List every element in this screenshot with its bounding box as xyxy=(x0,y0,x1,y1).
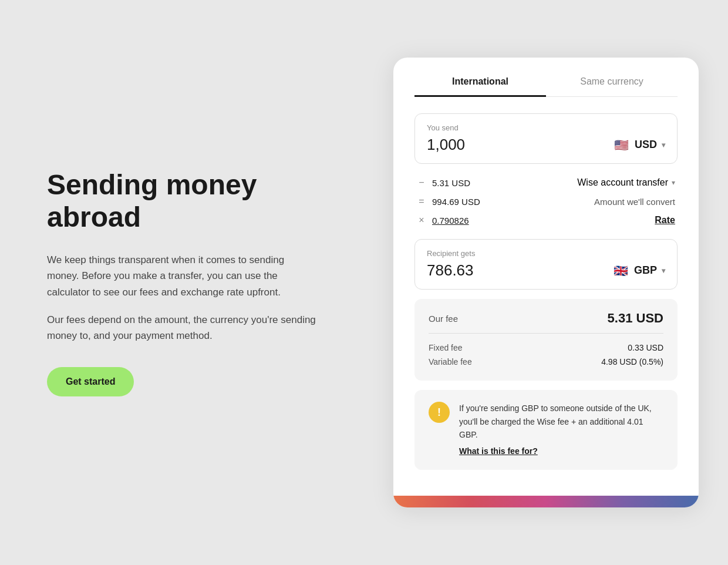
warning-content: If you're sending GBP to someone outside… xyxy=(459,402,663,458)
recipient-currency-label: GBP xyxy=(634,264,657,277)
convert-amount: 994.69 USD xyxy=(432,197,480,207)
fee-amount: 5.31 USD xyxy=(432,178,470,188)
wise-transfer-chevron-icon: ▾ xyxy=(672,179,675,187)
send-label: You send xyxy=(427,123,665,132)
fee-main-row: Our fee 5.31 USD xyxy=(429,311,663,334)
send-currency-label: USD xyxy=(635,139,657,151)
paragraph-1: We keep things transparent when it comes… xyxy=(47,252,317,300)
get-started-button[interactable]: Get started xyxy=(47,367,134,396)
our-fee-label: Our fee xyxy=(429,314,458,324)
times-operator: × xyxy=(417,215,426,226)
fixed-fee-row: Fixed fee 0.33 USD xyxy=(429,341,663,355)
usd-flag-icon: 🇺🇸 xyxy=(614,137,630,153)
fixed-fee-label: Fixed fee xyxy=(429,343,463,352)
breakdown-section: − 5.31 USD Wise account transfer ▾ = 994… xyxy=(414,173,678,230)
equals-operator: = xyxy=(417,196,426,207)
send-currency-chevron-icon: ▾ xyxy=(662,141,665,149)
recipient-input-box: Recipient gets 🇬🇧 GBP ▾ xyxy=(414,239,678,290)
warning-text: If you're sending GBP to someone outside… xyxy=(459,403,652,439)
variable-fee-value: 4.98 USD (0.5%) xyxy=(601,357,663,366)
times-row: × 0.790826 Rate xyxy=(417,211,675,230)
convert-label: Amount we'll convert xyxy=(594,197,675,207)
send-amount-input[interactable] xyxy=(427,136,544,154)
tabs: International Same currency xyxy=(414,76,678,97)
minus-row: − 5.31 USD Wise account transfer ▾ xyxy=(417,173,675,192)
left-panel: Sending money abroad We keep things tran… xyxy=(0,133,364,432)
recipient-amount-input[interactable] xyxy=(427,261,544,280)
recipient-currency-chevron-icon: ▾ xyxy=(662,267,665,275)
fixed-fee-value: 0.33 USD xyxy=(628,343,663,352)
warning-link[interactable]: What is this fee for? xyxy=(459,445,538,458)
send-input-box: You send 🇺🇸 USD ▾ xyxy=(414,113,678,164)
recipient-currency-selector[interactable]: 🇬🇧 GBP ▾ xyxy=(613,263,665,279)
calculator-card: International Same currency You send 🇺🇸 … xyxy=(393,58,699,507)
our-fee-value: 5.31 USD xyxy=(608,311,663,326)
paragraph-2: Our fees depend on the amount, the curre… xyxy=(47,312,317,344)
minus-operator: − xyxy=(417,177,426,188)
wise-transfer-selector[interactable]: Wise account transfer ▾ xyxy=(577,177,675,188)
wise-transfer-label: Wise account transfer xyxy=(577,177,668,188)
tab-international[interactable]: International xyxy=(414,76,546,97)
page-heading: Sending money abroad xyxy=(47,169,317,233)
warning-box: ! If you're sending GBP to someone outsi… xyxy=(414,390,678,470)
fee-box: Our fee 5.31 USD Fixed fee 0.33 USD Vari… xyxy=(414,299,678,381)
equals-row: = 994.69 USD Amount we'll convert xyxy=(417,192,675,211)
rate-link[interactable]: Rate xyxy=(655,215,675,226)
variable-fee-row: Variable fee 4.98 USD (0.5%) xyxy=(429,355,663,369)
warning-icon: ! xyxy=(429,402,450,423)
right-panel: International Same currency You send 🇺🇸 … xyxy=(364,46,728,519)
send-currency-selector[interactable]: 🇺🇸 USD ▾ xyxy=(614,137,665,153)
recipient-label: Recipient gets xyxy=(427,249,665,258)
gbp-flag-icon: 🇬🇧 xyxy=(613,263,629,279)
variable-fee-label: Variable fee xyxy=(429,357,472,366)
exchange-rate[interactable]: 0.790826 xyxy=(432,216,469,226)
tab-same-currency[interactable]: Same currency xyxy=(546,76,678,97)
